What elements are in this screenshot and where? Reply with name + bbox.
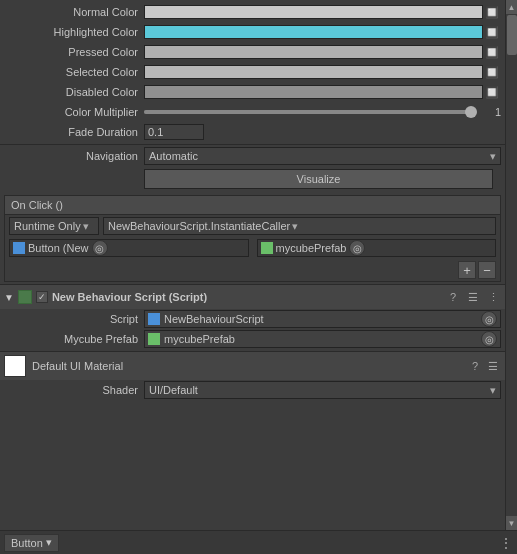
prefab-select-btn[interactable]: ◎	[349, 240, 365, 256]
script-field-row: Script NewBehaviourScript ◎	[0, 309, 505, 329]
color-multiplier-slider[interactable]	[144, 110, 471, 114]
shader-label: Shader	[4, 384, 144, 396]
prefab-field[interactable]: mycubePrefab ◎	[257, 239, 497, 257]
fade-duration-input[interactable]	[144, 124, 204, 140]
disabled-color-row: Disabled Color 🔲	[0, 82, 505, 102]
onclick-header: On Click ()	[5, 196, 500, 215]
shader-value: UI/Default	[149, 384, 198, 396]
color-section: Normal Color 🔲 Highlighted Color 🔲 Press…	[0, 0, 505, 145]
shader-row: Shader UI/Default ▾	[0, 380, 505, 400]
remove-onclick-btn[interactable]: −	[478, 261, 496, 279]
runtime-label: Runtime Only	[14, 220, 81, 232]
script-select-btn[interactable]: ◎	[481, 311, 497, 327]
script-enabled-checkbox[interactable]	[36, 291, 48, 303]
mycube-field-label: Mycube Prefab	[4, 333, 144, 345]
disabled-color-label: Disabled Color	[4, 86, 144, 98]
runtime-dropdown[interactable]: Runtime Only ▾	[9, 217, 99, 235]
navigation-label: Navigation	[4, 150, 144, 162]
scroll-down-btn[interactable]: ▼	[506, 516, 517, 530]
default-ui-material-section: Default UI Material ? ☰ Shader UI/Defaul…	[0, 351, 505, 400]
object-label: Button (New	[28, 242, 89, 254]
bottom-dropdown-arrow: ▾	[46, 536, 52, 549]
mycube-value-text: mycubePrefab	[164, 333, 235, 345]
scrollbar[interactable]: ▲ ▼	[505, 0, 517, 530]
script-dropdown-arrow: ▾	[292, 220, 298, 233]
disabled-color-eyedropper[interactable]: 🔲	[483, 83, 501, 101]
highlighted-color-row: Highlighted Color 🔲	[0, 22, 505, 42]
scroll-up-btn[interactable]: ▲	[506, 0, 517, 14]
material-settings-btn[interactable]: ☰	[485, 358, 501, 374]
script-question-btn[interactable]: ?	[445, 289, 461, 305]
selected-color-row: Selected Color 🔲	[0, 62, 505, 82]
onclick-header-label: On Click ()	[11, 199, 63, 211]
object-icon	[13, 242, 25, 254]
navigation-dropdown[interactable]: Automatic ▾	[144, 147, 501, 165]
mycube-field-value[interactable]: mycubePrefab ◎	[144, 330, 501, 348]
pressed-color-row: Pressed Color 🔲	[0, 42, 505, 62]
add-remove-row: + −	[5, 259, 500, 281]
script-header: ▼ New Behaviour Script (Script) ? ☰ ⋮	[0, 285, 505, 309]
shader-dropdown-arrow: ▾	[490, 384, 496, 397]
material-question-btn[interactable]: ?	[467, 358, 483, 374]
script-settings-btn[interactable]: ☰	[465, 289, 481, 305]
pressed-color-label: Pressed Color	[4, 46, 144, 58]
material-icons: ? ☰	[467, 358, 501, 374]
add-onclick-btn[interactable]: +	[458, 261, 476, 279]
onclick-objects-row: Button (New ◎ mycubePrefab ◎	[5, 237, 500, 259]
new-behaviour-script-section: ▼ New Behaviour Script (Script) ? ☰ ⋮ Sc…	[0, 284, 505, 349]
navigation-value: Automatic	[149, 150, 198, 162]
mycube-select-btn[interactable]: ◎	[481, 331, 497, 347]
highlighted-color-bar[interactable]	[144, 25, 483, 39]
script-field-label: Script	[4, 313, 144, 325]
material-title: Default UI Material	[32, 360, 461, 372]
object-select-btn[interactable]: ◎	[92, 240, 108, 256]
script-value-icon	[148, 313, 160, 325]
fade-duration-label: Fade Duration	[4, 126, 144, 138]
pressed-color-bar[interactable]	[144, 45, 483, 59]
script-value-text: NewBehaviourScript	[164, 313, 264, 325]
highlighted-color-eyedropper[interactable]: 🔲	[483, 23, 501, 41]
mycube-field-row: Mycube Prefab mycubePrefab ◎	[0, 329, 505, 349]
onclick-section: On Click () Runtime Only ▾ NewBehaviourS…	[4, 195, 501, 282]
onclick-fields-row: Runtime Only ▾ NewBehaviourScript.Instan…	[5, 215, 500, 237]
color-multiplier-row: Color Multiplier 1	[0, 102, 505, 122]
navigation-row: Navigation Automatic ▾	[0, 145, 505, 167]
bottom-button-dropdown[interactable]: Button ▾	[4, 534, 59, 552]
material-header: Default UI Material ? ☰	[0, 352, 505, 380]
selected-color-label: Selected Color	[4, 66, 144, 78]
prefab-icon	[261, 242, 273, 254]
highlighted-color-label: Highlighted Color	[4, 26, 144, 38]
script-dots-btn[interactable]: ⋮	[485, 289, 501, 305]
script-field-value[interactable]: NewBehaviourScript ◎	[144, 310, 501, 328]
mycube-icon	[148, 333, 160, 345]
disabled-color-bar[interactable]	[144, 85, 483, 99]
selected-color-bar[interactable]	[144, 65, 483, 79]
slider-fill	[144, 110, 471, 114]
normal-color-eyedropper[interactable]: 🔲	[483, 3, 501, 21]
navigation-dropdown-arrow: ▾	[490, 150, 496, 163]
script-green-icon	[18, 290, 32, 304]
pressed-color-eyedropper[interactable]: 🔲	[483, 43, 501, 61]
selected-color-eyedropper[interactable]: 🔲	[483, 63, 501, 81]
color-multiplier-label: Color Multiplier	[4, 106, 144, 118]
normal-color-bar[interactable]	[144, 5, 483, 19]
normal-color-label: Normal Color	[4, 6, 144, 18]
fade-duration-row: Fade Duration	[0, 122, 505, 142]
object-field[interactable]: Button (New ◎	[9, 239, 249, 257]
slider-track	[144, 110, 471, 114]
bottom-dots-btn[interactable]: ⋮	[499, 535, 513, 551]
expand-icon[interactable]: ▼	[4, 292, 14, 303]
visualize-button[interactable]: Visualize	[144, 169, 493, 189]
runtime-dropdown-arrow: ▾	[83, 220, 89, 233]
normal-color-row: Normal Color 🔲	[0, 2, 505, 22]
script-label: NewBehaviourScript.InstantiateCaller	[108, 220, 290, 232]
material-thumbnail	[4, 355, 26, 377]
script-dropdown[interactable]: NewBehaviourScript.InstantiateCaller ▾	[103, 217, 496, 235]
visualize-row: Visualize	[0, 167, 505, 193]
bottom-button-label: Button	[11, 537, 43, 549]
shader-dropdown[interactable]: UI/Default ▾	[144, 381, 501, 399]
bottom-bar: Button ▾ ⋮	[0, 530, 517, 554]
prefab-label: mycubePrefab	[276, 242, 347, 254]
slider-thumb[interactable]	[465, 106, 477, 118]
scroll-thumb[interactable]	[507, 15, 517, 55]
